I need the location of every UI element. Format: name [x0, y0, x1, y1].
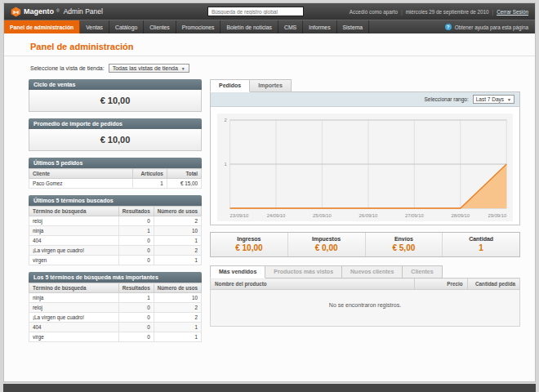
x-tick-label: 26/09/10 [359, 213, 378, 218]
table-row: ¡La virgen que cuadro!02 [29, 313, 202, 323]
top-search-panel: Los 5 términos de búsqueda más important… [29, 272, 202, 342]
stat-label: Ingresos [211, 236, 287, 242]
table-cell: 0 [118, 332, 154, 342]
tab-productos-mas-vistos[interactable]: Productos más vistos [265, 265, 342, 278]
panel-title-last-orders: Últimos 5 pedidos [29, 158, 202, 168]
range-label: Seleccionar rango: [425, 96, 469, 102]
x-tick-label: 24/09/10 [267, 213, 286, 218]
last-orders-panel: Últimos 5 pedidos ClienteArtículosTotal … [29, 158, 202, 189]
y-tick-label: 1 [224, 162, 226, 167]
column-header: Nombre del producto [211, 278, 415, 290]
table-cell: 1 [154, 236, 201, 246]
panel-title-last-search: Últimos 5 términos buscados [29, 195, 202, 206]
store-view-value: Todas las vistas de tienda [113, 65, 178, 71]
separator: | [401, 9, 403, 15]
column-header: Término de búsqueda [29, 283, 119, 293]
nav-item-2[interactable]: Catálogo [109, 20, 144, 33]
stat-value: € 10,00 [211, 243, 287, 252]
main-nav: Panel de administraciónVentasCatálogoCli… [4, 20, 535, 33]
table-cell: € 15,00 [167, 179, 201, 189]
table-header-row: Término de búsquedaResultadosNúmero de u… [29, 283, 202, 293]
page-help[interactable]: ? Obtener ayuda para esta página [439, 20, 535, 33]
table-row: virgen01 [29, 256, 202, 265]
table-cell: 0 [118, 313, 154, 323]
table-header-row: ClienteArtículosTotal [29, 169, 202, 179]
magento-logo: Magento ® Admin Panel [11, 7, 103, 17]
table-cell: reloj [29, 303, 119, 313]
top-search-table: Término de búsquedaResultadosNúmero de u… [29, 283, 202, 342]
x-tick-label: 23/09/10 [230, 213, 249, 218]
stat-label: Impuestos [288, 236, 365, 242]
table-cell: 1 [118, 293, 154, 303]
table-cell: ninja [29, 226, 119, 236]
tab-nuevos-clientes[interactable]: Nuevos clientes [342, 265, 403, 278]
table-cell: 1 [154, 323, 201, 332]
lifetime-sales-value: € 10,00 [29, 90, 202, 112]
logout-link[interactable]: Cerrar Sesión [497, 9, 528, 15]
nav-item-4[interactable]: Promociones [176, 20, 221, 33]
table-cell: 0 [118, 236, 154, 246]
admin-window: Magento ® Admin Panel Accedió como apart… [3, 2, 536, 382]
last-search-table: Término de búsquedaResultadosNúmero de u… [29, 206, 202, 265]
table-cell: 1 [154, 332, 201, 342]
table-cell: 404 [29, 323, 119, 332]
chart-toolbar: Seleccionar rango: Last 7 Days ▼ [211, 92, 519, 107]
stat-value: € 0,00 [288, 243, 365, 252]
table-cell: ninja [29, 293, 119, 303]
x-tick-label: 27/09/10 [405, 213, 424, 218]
right-column: Pedidos Importes Seleccionar rango: Last… [210, 79, 520, 349]
table-cell: 1 [154, 256, 201, 265]
left-column: Ciclo de ventas € 10,00 Promedio de impo… [29, 79, 202, 349]
table-cell: ¡La virgen que cuadro! [29, 246, 119, 256]
nav-item-6[interactable]: CMS [278, 20, 303, 33]
orders-chart-panel: Seleccionar rango: Last 7 Days ▼ 1223/09… [210, 91, 520, 225]
tab-clientes[interactable]: Clientes [403, 265, 442, 278]
nav-item-7[interactable]: Informes [303, 20, 336, 33]
nav-item-0[interactable]: Panel de administración [4, 20, 80, 33]
screen: Magento ® Admin Panel Accedió como apart… [0, 0, 539, 392]
brand-suffix: Admin Panel [64, 7, 103, 16]
table-cell: 2 [154, 216, 201, 226]
table-row: ninja110 [29, 226, 202, 236]
chevron-down-icon: ▼ [181, 66, 185, 71]
table-cell: virgen [29, 256, 119, 265]
column-header: Total [167, 169, 201, 179]
table-header-row: Nombre del productoPrecioCantidad pedida [211, 278, 520, 290]
average-order-panel: Promedio de importe de pedidos € 10,00 [29, 118, 202, 151]
store-view-select[interactable]: Todas las vistas de tienda ▼ [109, 64, 189, 73]
table-cell: 0 [118, 303, 154, 313]
table-cell: 0 [118, 323, 154, 332]
help-icon: ? [445, 24, 452, 30]
x-tick-label: 25/09/10 [313, 213, 332, 218]
products-table: Nombre del productoPrecioCantidad pedida [210, 278, 520, 290]
nav-item-1[interactable]: Ventas [80, 20, 109, 33]
table-body: ninja110reloj02¡La virgen que cuadro!024… [29, 293, 202, 342]
nav-item-8[interactable]: Sistema [337, 20, 370, 33]
nav-item-5[interactable]: Boletín de noticias [220, 20, 278, 33]
chart-tabs: Pedidos Importes [210, 79, 520, 92]
main-nav-items: Panel de administraciónVentasCatálogoCli… [4, 20, 369, 33]
table-body: reloj02ninja11040401¡La virgen que cuadr… [29, 216, 202, 265]
tab-pedidos[interactable]: Pedidos [210, 79, 250, 92]
tab-mas-vendidos[interactable]: Más vendidos [210, 265, 265, 278]
products-tabs: Más vendidos Productos más vistos Nuevos… [210, 265, 520, 278]
table-row: 40401 [29, 236, 202, 246]
table-cell: 1 [132, 179, 167, 189]
y-tick-label: 2 [224, 118, 226, 122]
nav-item-3[interactable]: Clientes [144, 20, 176, 33]
tab-importes[interactable]: Importes [250, 79, 292, 92]
column-header: Resultados [118, 207, 154, 216]
store-view-row: Seleccione la vista de tienda: Todas las… [30, 64, 520, 73]
orders-chart: 1223/09/1024/09/1025/09/1026/09/1027/09/… [211, 107, 519, 225]
table-cell: 0 [118, 246, 154, 256]
table-cell: 10 [154, 293, 201, 303]
column-header: Número de usos [154, 283, 201, 293]
range-select[interactable]: Last 7 Days ▼ [473, 95, 514, 104]
table-cell: reloj [29, 216, 119, 226]
stat-cantidad: Cantidad 1 [442, 233, 519, 256]
page-title: Panel de administración [30, 42, 520, 51]
empty-message: No se encontraron registros. [210, 290, 520, 327]
panel-title-lifetime: Ciclo de ventas [29, 79, 202, 90]
table-row: Paco Gomez1€ 15,00 [29, 179, 202, 189]
global-search-input[interactable] [207, 7, 304, 16]
